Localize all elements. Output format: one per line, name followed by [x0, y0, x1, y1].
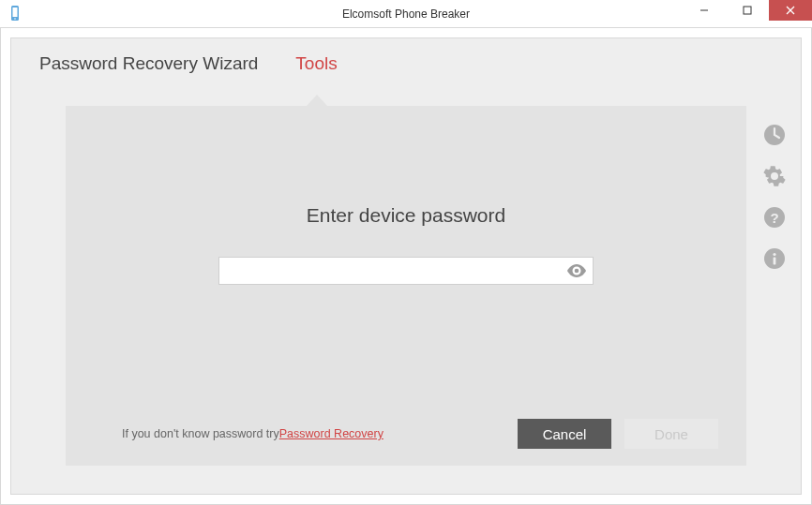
svg-text:?: ?: [770, 210, 778, 226]
svg-rect-13: [774, 258, 776, 265]
tab-tools-label: Tools: [295, 53, 337, 73]
svg-rect-1: [13, 7, 18, 17]
tab-bar: Password Recovery Wizard Tools: [11, 38, 801, 95]
minimize-button[interactable]: [683, 0, 726, 21]
password-prompt: Enter device password: [66, 204, 746, 227]
window-controls: [683, 0, 812, 21]
svg-point-7: [575, 269, 579, 274]
button-row: Cancel Done: [518, 419, 718, 449]
hint-prefix: If you don't know password try: [122, 427, 279, 440]
password-row: [66, 257, 746, 285]
titlebar: Elcomsoft Phone Breaker: [0, 0, 812, 28]
password-input-wrap: [218, 257, 594, 285]
svg-point-12: [773, 253, 775, 256]
side-toolbar: ?: [762, 123, 787, 271]
info-icon[interactable]: [762, 246, 787, 271]
done-button: Done: [624, 419, 718, 449]
inner-frame: Password Recovery Wizard Tools Enter dev…: [10, 37, 802, 495]
svg-rect-4: [744, 7, 751, 14]
help-icon[interactable]: ?: [762, 205, 787, 230]
app-body: Password Recovery Wizard Tools Enter dev…: [0, 28, 812, 505]
password-recovery-link[interactable]: Password Recovery: [279, 427, 383, 440]
tab-password-recovery-wizard[interactable]: Password Recovery Wizard: [39, 53, 258, 95]
gear-icon[interactable]: [762, 164, 787, 188]
app-icon: [6, 5, 24, 23]
content-panel: Enter device password If you don't know …: [66, 106, 746, 466]
tab-active-pointer: [307, 95, 327, 106]
cancel-button[interactable]: Cancel: [518, 419, 611, 449]
svg-point-2: [14, 18, 16, 20]
tab-tools[interactable]: Tools: [295, 53, 337, 95]
bottom-row: If you don't know password tryPassword R…: [122, 419, 718, 449]
reveal-password-icon[interactable]: [565, 260, 588, 282]
close-button[interactable]: [769, 0, 812, 21]
maximize-button[interactable]: [726, 0, 769, 21]
hint-text: If you don't know password tryPassword R…: [122, 427, 383, 440]
password-input[interactable]: [218, 257, 594, 285]
clock-icon[interactable]: [762, 123, 787, 147]
